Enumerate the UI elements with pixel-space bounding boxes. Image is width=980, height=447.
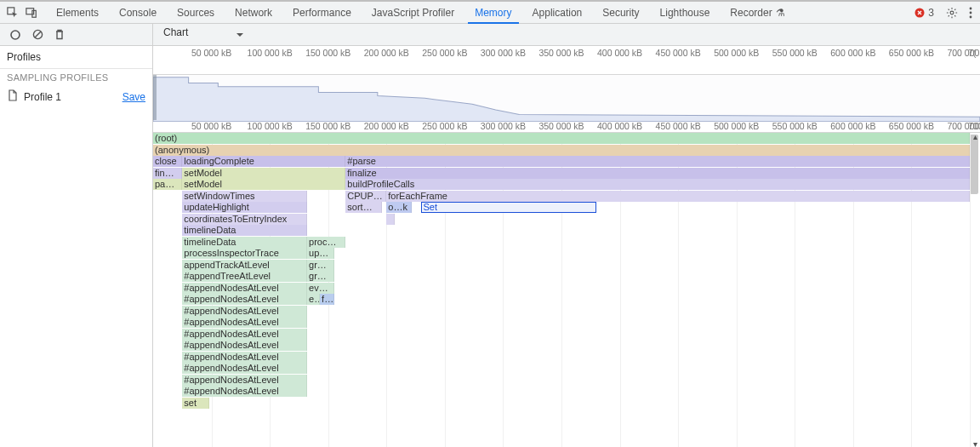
flame-node[interactable]: f…r [320,294,333,305]
tab-application[interactable]: Application [522,2,593,23]
tab-elements[interactable]: Elements [46,2,109,23]
flame-node[interactable]: #appendNodesAtLevel [182,329,307,340]
settings-icon[interactable] [943,7,961,19]
ruler-tick: 550 000 kB [772,48,818,58]
ruler-tick: 500 000 kB [714,121,759,131]
flame-node[interactable]: #appendNodesAtLevel [182,306,307,317]
flame-node[interactable]: #appendTreeAtLevel [182,271,307,282]
ruler-edge-label: 7( [968,48,976,58]
profiles-group-header: SAMPLING PROFILES [0,69,152,86]
ruler-edge-label: 700 ( [968,121,980,131]
profile-item[interactable]: Profile 1 Save [0,86,152,107]
flame-node[interactable]: #appendNodesAtLevel [182,375,307,386]
more-icon[interactable] [961,7,980,19]
flame-node[interactable]: #appendNodesAtLevel [182,294,307,305]
flame-node[interactable]: #appendNodesAtLevel [182,317,307,328]
recorder-beta-icon: ⚗ [776,7,785,19]
ruler-tick: 450 000 kB [656,121,701,131]
tab-network[interactable]: Network [225,2,282,23]
chevron-down-icon[interactable]: ▾ [971,439,979,447]
svg-point-5 [970,7,972,9]
delete-icon[interactable] [53,28,66,42]
flame-node[interactable]: set [182,398,209,409]
flame-node[interactable]: pa…at [153,179,182,190]
svg-point-6 [970,11,972,14]
flame-node[interactable]: e… [307,294,320,305]
flame-node[interactable]: #appendNodesAtLevel [182,363,307,374]
tab-javascript-profiler[interactable]: JavaScript Profiler [362,2,464,23]
flame-node[interactable]: setModel [182,168,345,179]
flame-node[interactable]: updateHighlight [182,202,307,213]
ruler-tick: 350 000 kB [538,48,584,58]
flame-area: 50 000 kB100 000 kB150 000 kB200 000 kB2… [153,46,980,447]
overview-handle-left[interactable] [153,75,157,120]
flame-node[interactable]: (root) [153,133,970,144]
document-icon [7,89,19,104]
flame-node[interactable]: #appendNodesAtLevel [182,340,307,351]
flame-scrollbar[interactable] [970,135,978,445]
ruler-tick: 300 000 kB [481,121,526,131]
flame-node[interactable]: coordinatesToEntryIndex [182,214,307,225]
flame-node[interactable]: gro…ts [307,260,334,271]
view-mode-select[interactable]: Chart [158,26,247,43]
ruler-tick: 250 000 kB [422,48,467,58]
flame-node[interactable]: fin…ce [153,168,182,179]
device-toggle-icon[interactable] [22,3,41,22]
flame-node[interactable]: proc…ata [307,237,345,248]
svg-point-4 [950,11,954,14]
tab-recorder[interactable]: Recorder⚗ [720,2,795,23]
flame-node[interactable] [386,214,395,225]
flame-node[interactable]: #appendNodesAtLevel [182,386,307,397]
flame-node[interactable]: #appendNodesAtLevel [182,352,307,363]
flame-scrollbar-thumb[interactable] [970,135,978,194]
flame-node[interactable]: buildProfileCalls [345,179,970,190]
flame-node[interactable]: (anonymous) [153,145,970,156]
record-icon[interactable] [9,28,22,42]
flame-node[interactable]: timelineData [182,237,307,248]
tab-console[interactable]: Console [109,2,167,23]
flame-node[interactable]: o…k [386,202,412,213]
tab-performance[interactable]: Performance [282,2,362,23]
toolbar-left [0,24,153,45]
tab-security[interactable]: Security [592,2,649,23]
profile-save-link[interactable]: Save [122,91,145,103]
view-mode-value: Chart [158,26,247,43]
flame-node[interactable]: finalize [345,168,970,179]
flame-node[interactable]: CPUP…del [345,191,386,202]
chevron-up-icon[interactable]: ▴ [971,133,979,140]
error-count[interactable]: 3 [914,7,934,19]
flame-node[interactable]: appendTrackAtLevel [182,260,307,271]
tab-sources[interactable]: Sources [167,2,225,23]
ruler-tick: 100 000 kB [248,48,293,58]
flame-node[interactable]: sort…ples [345,202,382,213]
overview-ruler-bottom: 50 000 kB100 000 kB150 000 kB200 000 kB2… [153,121,980,133]
flame-node[interactable]: #appendNodesAtLevel [182,283,307,294]
overview-strip[interactable] [153,75,980,121]
flame-node[interactable]: close [153,156,182,167]
ruler-tick: 400 000 kB [597,48,642,58]
ruler-tick: 600 000 kB [830,121,875,131]
flame-node[interactable]: setModel [182,179,345,190]
flame-node[interactable]: loadingComplete [182,156,345,167]
ruler-tick: 150 000 kB [305,48,350,58]
flame-node[interactable]: up…up [307,248,334,259]
flame-node[interactable]: ev…ew [307,283,334,294]
profiles-sidebar: Profiles SAMPLING PROFILES Profile 1 Sav… [0,46,153,447]
tab-lighthouse[interactable]: Lighthouse [650,2,721,23]
flame-node[interactable]: gr…ew [307,271,334,282]
flame-node[interactable]: setWindowTimes [182,191,307,202]
error-count-value: 3 [928,7,934,19]
tab-memory[interactable]: Memory [464,2,521,23]
ruler-tick: 650 000 kB [889,48,934,58]
flame-node[interactable]: forEachFrame [386,191,970,202]
flame-node[interactable]: timelineData [182,225,307,236]
ruler-tick: 650 000 kB [889,121,934,131]
flame-node[interactable]: #parse [345,156,970,167]
clear-icon[interactable] [31,28,44,42]
ruler-tick: 300 000 kB [481,48,526,58]
ruler-tick: 50 000 kB [191,48,231,58]
flame-chart[interactable]: ▴ ▾ (root)(anonymous)closeloadingComplet… [153,133,980,447]
flame-node[interactable]: processInspectorTrace [182,248,307,259]
flame-node[interactable]: Set [421,202,596,213]
inspect-icon[interactable] [3,3,22,22]
